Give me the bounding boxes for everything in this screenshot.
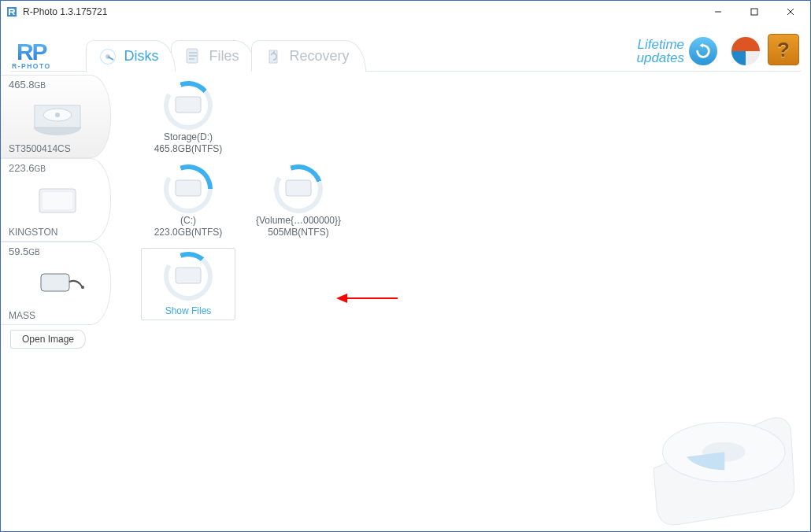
svg-rect-19 bbox=[176, 97, 201, 113]
title-bar: R-Photo 1.3.175721 bbox=[1, 1, 810, 23]
recovery-icon bbox=[263, 46, 283, 67]
tab-recovery[interactable]: Recovery bbox=[251, 40, 366, 72]
volume-guid[interactable]: {Volume{…000000}}505MB(NTFS) bbox=[251, 164, 346, 238]
volumes-panel: Storage(D:)465.8GB(NTFS) (C:)223.0GB(NTF… bbox=[111, 72, 810, 531]
usb-drive-icon bbox=[30, 263, 85, 305]
toolbar: RP R-PHOTO Disks Files Recovery bbox=[1, 23, 810, 72]
app-logo: RP R-PHOTO bbox=[12, 41, 51, 70]
help-button[interactable]: ? bbox=[768, 34, 799, 65]
disk-sidebar: 465.8GB ST3500414CS 223.6GB KINGSTON bbox=[1, 72, 111, 531]
usage-arc-icon bbox=[157, 245, 219, 307]
volume-selected[interactable]: Show Files bbox=[141, 248, 235, 320]
app-icon bbox=[6, 6, 18, 18]
volume-row-0: Storage(D:)465.8GB(NTFS) bbox=[120, 78, 801, 161]
svg-rect-16 bbox=[43, 192, 72, 209]
maximize-button[interactable] bbox=[736, 1, 772, 23]
svg-point-18 bbox=[81, 286, 84, 289]
volume-row-1: (C:)223.0GB(NTFS) {Volume{…000000}}505MB… bbox=[120, 161, 801, 245]
usage-arc-icon bbox=[157, 157, 219, 220]
hdd-icon bbox=[30, 96, 85, 139]
minimize-button[interactable] bbox=[700, 1, 736, 23]
close-button[interactable] bbox=[772, 1, 809, 23]
files-icon bbox=[183, 46, 203, 67]
updates-button[interactable]: Lifetime updates bbox=[637, 37, 718, 65]
refresh-icon bbox=[689, 37, 717, 65]
volume-c[interactable]: (C:)223.0GB(NTFS) bbox=[141, 164, 235, 238]
disk-item-st3500414cs[interactable]: 465.8GB ST3500414CS bbox=[1, 75, 111, 158]
show-files-link[interactable]: Show Files bbox=[165, 305, 212, 316]
ssd-icon bbox=[30, 179, 85, 222]
svg-rect-1 bbox=[751, 9, 757, 15]
svg-marker-24 bbox=[336, 294, 347, 303]
svg-rect-20 bbox=[176, 180, 201, 196]
svg-point-14 bbox=[55, 113, 60, 117]
disk-item-kingston[interactable]: 223.6GB KINGSTON bbox=[1, 158, 111, 242]
app-window: R-Photo 1.3.175721 RP R-PHOTO Disks bbox=[0, 0, 811, 532]
main-tabs: Disks Files Recovery bbox=[86, 37, 361, 72]
tab-disks[interactable]: Disks bbox=[86, 40, 176, 72]
open-image-button[interactable]: Open Image bbox=[10, 330, 86, 349]
svg-rect-21 bbox=[286, 180, 311, 196]
usage-arc-icon bbox=[267, 157, 329, 220]
annotation-arrow-icon bbox=[336, 289, 399, 308]
language-icon[interactable] bbox=[731, 37, 760, 65]
disk-icon bbox=[98, 46, 118, 67]
svg-rect-17 bbox=[41, 274, 69, 291]
disk-item-mass[interactable]: 59.5GB MASS bbox=[1, 242, 111, 325]
volume-storage-d[interactable]: Storage(D:)465.8GB(NTFS) bbox=[141, 81, 235, 155]
decorative-disk-icon bbox=[637, 369, 802, 526]
content-area: 465.8GB ST3500414CS 223.6GB KINGSTON bbox=[1, 72, 810, 531]
tab-files[interactable]: Files bbox=[171, 40, 256, 72]
svg-rect-22 bbox=[176, 268, 201, 283]
volume-row-2: Show Files bbox=[120, 245, 801, 328]
usage-arc-icon bbox=[157, 74, 219, 136]
window-title: R-Photo 1.3.175721 bbox=[23, 6, 107, 17]
